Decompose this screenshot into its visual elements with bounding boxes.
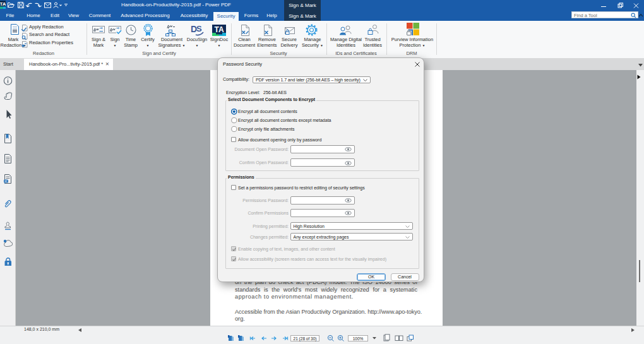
svg-text:TA: TA bbox=[214, 25, 224, 34]
svg-text:S: S bbox=[196, 24, 202, 33]
svg-text:TA: TA bbox=[0, 1, 6, 7]
